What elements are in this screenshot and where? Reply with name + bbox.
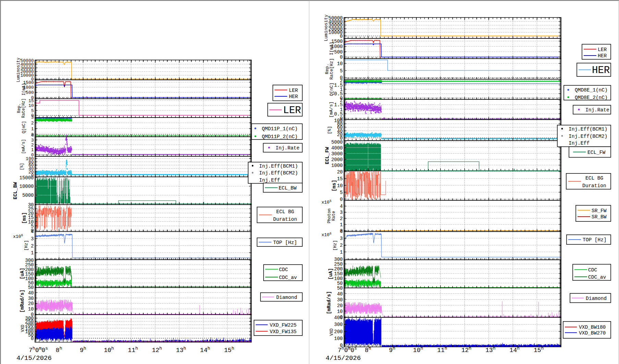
svg-text:300: 300 [25,316,34,321]
svg-text:7h​0m​0s​: 7h​0m​0s​ [338,346,357,354]
svg-text:30: 30 [337,297,343,303]
svg-text:ECL BG: ECL BG [276,209,294,215]
svg-text:LER: LER [283,105,301,116]
svg-text:[Hz]: [Hz] [24,240,29,251]
svg-text:2: 2 [31,143,34,148]
svg-text:CDC_av: CDC_av [588,275,606,280]
svg-text:Inj.Eff: Inj.Eff [569,141,590,146]
svg-text:2: 2 [31,243,34,249]
svg-text:2: 2 [340,243,343,248]
svg-text:Rate: Rate [331,211,336,221]
svg-text:5: 5 [340,190,343,195]
svg-text:3000: 3000 [331,151,343,157]
svg-text:4: 4 [340,229,343,234]
svg-text:2000: 2000 [331,157,343,162]
svg-text:5000: 5000 [331,139,343,145]
svg-text:10: 10 [28,306,34,312]
svg-text:7h​0m​0s​: 7h​0m​0s​ [29,346,48,354]
svg-text:VXD: VXD [329,328,334,336]
svg-text:1000: 1000 [331,163,343,168]
svg-text:4/15/2026: 4/15/2026 [16,354,52,362]
svg-text:Luminosity: Luminosity [324,14,329,41]
svg-text:TOP [Hz]: TOP [Hz] [583,237,607,243]
svg-text:[Hz]: [Hz] [332,240,338,251]
svg-text:50: 50 [28,285,34,290]
svg-text:200: 200 [334,329,343,335]
svg-text:SR_BW: SR_BW [592,214,607,220]
svg-text:TOP [Hz]: TOP [Hz] [273,240,297,245]
svg-text:HER: HER [592,65,610,76]
svg-text:Duration: Duration [582,183,606,189]
svg-text:50: 50 [337,286,343,291]
svg-text:2: 2 [340,216,343,221]
svg-text:[mRad/s]: [mRad/s] [326,291,332,314]
svg-text:50000: 50000 [20,58,34,63]
svg-text:4: 4 [340,204,343,209]
svg-text:[%]: [%] [327,126,332,134]
svg-text:20: 20 [337,169,343,175]
svg-text:Luminosity: Luminosity [16,58,21,82]
svg-text:300: 300 [334,257,343,262]
svg-text:1: 1 [340,222,343,228]
svg-text:1: 1 [340,250,343,255]
svg-text:ECL_FW: ECL_FW [325,147,330,164]
svg-text:Duration: Duration [273,217,297,222]
svg-text:5000: 5000 [22,193,34,198]
svg-text:10000: 10000 [19,184,34,189]
svg-text:10: 10 [28,103,34,108]
svg-text:[ms]: [ms] [331,180,337,192]
svg-text:10: 10 [337,183,343,189]
svg-text:15: 15 [337,176,343,182]
svg-text:40: 40 [28,290,34,296]
svg-text:CDC: CDC [279,267,288,272]
svg-text:Inj.Eff(BCM1): Inj.Eff(BCM1) [259,163,298,169]
svg-text:VXD_BW270: VXD_BW270 [579,330,606,336]
svg-text:Inj.Eff(BCM2): Inj.Eff(BCM2) [569,134,607,139]
svg-text:Rep.: Rep. [17,103,22,113]
svg-text:200: 200 [334,266,343,272]
svg-text:Q[nC]: Q[nC] [329,83,334,96]
svg-text:QMD8E_1(nC): QMD8E_1(nC) [575,87,608,93]
svg-text:Q[nC]: Q[nC] [22,121,26,133]
svg-text:CDC: CDC [588,267,597,273]
svg-text:100: 100 [334,276,343,281]
svg-text:4/15/2026: 4/15/2026 [326,354,361,362]
svg-text:20: 20 [28,301,34,306]
svg-text:HER: HER [289,94,298,99]
svg-text:100: 100 [26,156,34,161]
svg-text:5: 5 [340,68,343,74]
svg-text:Photon: Photon [327,208,332,223]
svg-text:3: 3 [340,210,343,215]
svg-text:HER: HER [598,53,607,59]
svg-text:VXD_BW180: VXD_BW180 [579,325,606,330]
svg-text:QMD11P_2(nC): QMD11P_2(nC) [262,134,298,139]
svg-text:Diamond: Diamond [276,295,297,300]
svg-text:100: 100 [334,118,343,123]
svg-text:3: 3 [31,115,34,120]
svg-text:LER: LER [598,47,607,52]
svg-text:0: 0 [340,197,343,202]
svg-text:2: 2 [340,98,343,103]
svg-text:Inj.Rate: Inj.Rate [585,107,609,113]
svg-text:3: 3 [340,236,343,241]
svg-text:1: 1 [31,147,34,153]
svg-text:VXD_FW135: VXD_FW135 [270,329,296,335]
svg-text:4: 4 [31,229,34,234]
svg-text:SR_FW: SR_FW [592,208,607,214]
svg-text:Diamond: Diamond [586,296,607,301]
svg-text:VXD_FW225: VXD_FW225 [270,323,296,328]
svg-text:300: 300 [25,258,34,263]
svg-text:50000: 50000 [328,15,343,21]
svg-text:CDC_av: CDC_av [279,275,297,280]
svg-text:QMD8E_2(nC): QMD8E_2(nC) [575,95,608,100]
svg-text:ECL_BW: ECL_BW [13,182,18,199]
svg-text:[uA]: [uA] [20,268,25,279]
svg-text:500: 500 [334,49,343,55]
svg-text:[mRad/s]: [mRad/s] [20,290,25,313]
svg-text:Inj.Eff: Inj.Eff [259,178,280,183]
svg-text:QMD11P_1(nC): QMD11P_1(nC) [262,126,298,132]
svg-text:4: 4 [31,133,34,138]
svg-text:15000: 15000 [19,175,34,181]
svg-text:Inj.Eff(BCM1): Inj.Eff(BCM1) [569,126,607,132]
svg-text:[uA]: [uA] [328,268,333,280]
